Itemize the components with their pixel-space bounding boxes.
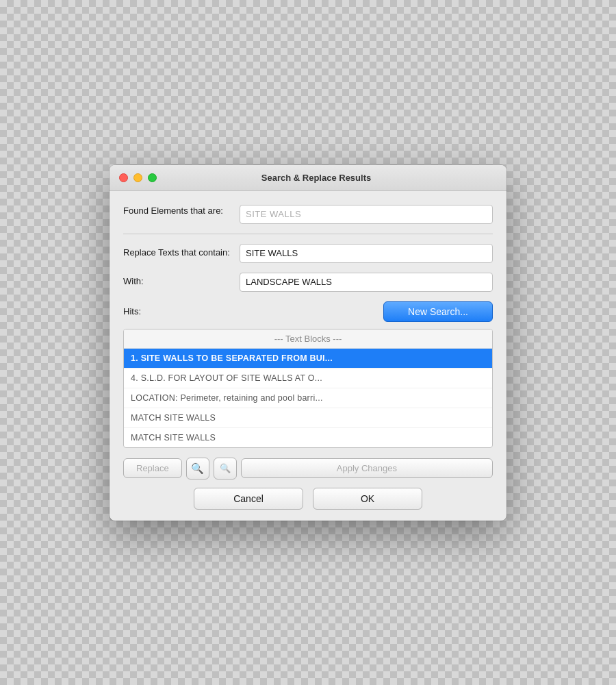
list-item-text: LOCATION: Perimeter, retaining and pool …: [131, 393, 323, 403]
dialog-content: Found Elements that are: Replace Texts t…: [110, 191, 506, 521]
close-button[interactable]: [119, 173, 128, 182]
with-input[interactable]: [240, 273, 493, 292]
replace-label: Replace Texts that contain:: [123, 247, 240, 259]
list-item-text: 4. S.L.D. FOR LAYOUT OF SITE WALLS AT O.…: [131, 373, 322, 383]
replace-texts-row: Replace Texts that contain:: [123, 244, 493, 263]
ok-button[interactable]: OK: [313, 488, 422, 510]
list-item[interactable]: 1. SITE WALLS TO BE SEPARATED FROM BUI..…: [124, 349, 492, 369]
with-label: With:: [123, 275, 240, 288]
replace-input[interactable]: [240, 244, 493, 263]
list-item[interactable]: 4. S.L.D. FOR LAYOUT OF SITE WALLS AT O.…: [124, 369, 492, 388]
list-item-text: MATCH SITE WALLS: [131, 413, 216, 423]
with-row: With:: [123, 273, 493, 292]
window-title: Search & Replace Results: [136, 173, 497, 183]
found-input[interactable]: [240, 205, 493, 224]
search-zoom-out-button[interactable]: 🔍: [214, 458, 237, 480]
list-item-text: 1. SITE WALLS TO BE SEPARATED FROM BUI..…: [131, 353, 333, 363]
dialog-window: Search & Replace Results Found Elements …: [110, 165, 506, 521]
hits-label: Hits:: [123, 306, 141, 316]
list-item[interactable]: MATCH SITE WALLS: [124, 408, 492, 428]
results-list: --- Text Blocks --- 1. SITE WALLS TO BE …: [123, 329, 493, 448]
action-buttons-row: Replace 🔍 🔍 Apply Changes: [123, 458, 493, 480]
search-zoom-out-icon: 🔍: [220, 463, 231, 473]
separator-1: [123, 234, 493, 234]
replace-button[interactable]: Replace: [123, 458, 182, 478]
found-elements-row: Found Elements that are:: [123, 205, 493, 224]
bottom-buttons-row: Cancel OK: [123, 488, 493, 510]
list-item[interactable]: MATCH SITE WALLS: [124, 428, 492, 447]
title-bar: Search & Replace Results: [110, 165, 506, 191]
list-item[interactable]: LOCATION: Perimeter, retaining and pool …: [124, 388, 492, 408]
hits-row: Hits: New Search...: [123, 301, 493, 322]
cancel-button[interactable]: Cancel: [194, 488, 303, 510]
new-search-button[interactable]: New Search...: [383, 301, 493, 322]
search-zoom-in-icon: 🔍: [191, 462, 204, 475]
apply-changes-button[interactable]: Apply Changes: [241, 458, 493, 478]
search-zoom-in-button[interactable]: 🔍: [186, 458, 209, 480]
list-item-text: MATCH SITE WALLS: [131, 433, 216, 443]
found-label: Found Elements that are:: [123, 205, 240, 217]
list-header: --- Text Blocks ---: [124, 329, 492, 349]
